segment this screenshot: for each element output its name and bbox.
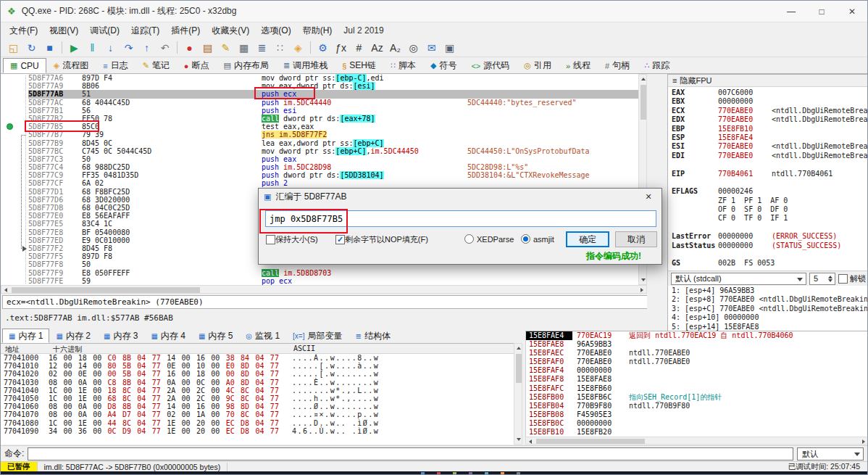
dialog-titlebar[interactable]: ▣ 汇编于 5D8F77AB ✕: [259, 189, 662, 205]
scroll-down-arrow[interactable]: [517, 438, 521, 441]
tab-notes[interactable]: ✎笔记: [135, 58, 177, 73]
graph-button[interactable]: ◈: [289, 40, 307, 56]
font-size-button[interactable]: A₂: [386, 40, 404, 56]
stack-row[interactable]: 15E8FAF400000000: [526, 366, 868, 375]
disasm-row[interactable]: 5D8F77F9E8 050FFEFFcall im.5D8D8703: [1, 269, 638, 277]
breakpoint-dot[interactable]: [7, 123, 13, 130]
disasm-row[interactable]: 5D8F77B2FF50 78call dword ptr ds:[eax+78…: [1, 115, 638, 123]
scrollbar-thumb[interactable]: [640, 85, 646, 120]
xedparse-radio[interactable]: XEDParse: [464, 234, 514, 244]
tab-handles[interactable]: #句柄: [598, 58, 637, 73]
script-button[interactable]: ∷: [271, 40, 289, 56]
scrollbar-thumb[interactable]: [536, 439, 645, 444]
stop-button[interactable]: ■: [41, 40, 59, 56]
stack-row[interactable]: 15E8FB04770B9F80ntdll.770B9F80: [526, 402, 868, 410]
stack-row[interactable]: 15E8FB1015E8FB20: [526, 428, 868, 437]
tab-memory-1[interactable]: ▦内存 1: [2, 329, 49, 343]
tab-memory-5[interactable]: ▦内存 5: [192, 329, 239, 343]
disasm-row[interactable]: 5D8F77FE59pop ecx: [1, 277, 638, 285]
dump-row[interactable]: 7704107008000A00A4D7047702001A00708C0477…: [1, 410, 514, 418]
tab-breakpoints[interactable]: ●断点: [177, 58, 217, 73]
register-line[interactable]: LastStatus00000000(STATUS_SUCCESS): [668, 241, 868, 250]
register-line[interactable]: [668, 250, 868, 259]
stack-horizontal-scrollbar[interactable]: [525, 437, 868, 445]
run-to-return-button[interactable]: ↑: [138, 40, 156, 56]
snapshot-button[interactable]: ▣: [441, 40, 459, 56]
tab-references[interactable]: ◎引用: [517, 58, 559, 73]
tab-seh[interactable]: §SEH链: [335, 58, 383, 73]
tab-memory-4[interactable]: ▦内存 4: [144, 329, 191, 343]
tab-memory-3[interactable]: ▦内存 3: [97, 329, 144, 343]
argument-count-stepper[interactable]: 5: [809, 273, 835, 285]
dump-row[interactable]: 7704106008000A00D88B047714001600988D0477…: [1, 402, 514, 410]
esp-argument-row[interactable]: 4: [esp+10] 00000000: [668, 313, 868, 322]
dump-row[interactable]: 770410401C001E00188C04772A002C004C8C0477…: [1, 387, 514, 395]
disasm-row[interactable]: 5D8F77C468 988DC25Dpush im.5DC28D985DC28…: [1, 163, 638, 171]
command-profile-select[interactable]: 默认: [797, 447, 864, 460]
menu-trace[interactable]: 追踪(T): [125, 23, 165, 38]
step-over-button[interactable]: ↷: [120, 40, 138, 56]
menu-debug[interactable]: 调试(D): [84, 23, 125, 38]
disasm-row[interactable]: 5D8F77AB51push ecx: [1, 90, 638, 98]
stack-row[interactable]: 15E8FAFC15E8FB60: [526, 384, 868, 393]
spin-down-icon[interactable]: [828, 279, 832, 282]
register-line[interactable]: ZF 1 PF 1 AF 0: [668, 197, 868, 205]
stack-row[interactable]: 15E8FAF0770EABE0ntdll.770EABE0: [526, 358, 868, 366]
calculator-button[interactable]: ƒx: [332, 40, 350, 56]
dump-row[interactable]: 7704103008000A00C88B04770A000C00A08D0477…: [1, 379, 514, 387]
scroll-right-arrow[interactable]: [640, 288, 643, 292]
tab-graph[interactable]: ◈流程图: [46, 58, 96, 73]
disasm-row[interactable]: 5D8F77A6897D F4mov dword ptr ss:[ebp-C],…: [1, 74, 638, 82]
taskbar-icon[interactable]: [485, 472, 488, 475]
tab-memory-2[interactable]: ▦内存 2: [49, 329, 96, 343]
maximize-button[interactable]: □: [806, 1, 837, 22]
dump-vertical-scrollbar[interactable]: [514, 343, 522, 445]
disasm-row[interactable]: 5D8F77C350push eax: [1, 155, 638, 163]
register-line[interactable]: OF 0 SF 0 DF 0: [668, 205, 868, 214]
scrollbar-thumb[interactable]: [516, 354, 522, 383]
register-line[interactable]: EDX770EABE0<ntdll.DbgUiRemoteBreakin>: [668, 115, 868, 124]
esp-argument-row[interactable]: 2: [esp+8] 770EABE0 <ntdll.DbgUiRemoteBr…: [668, 295, 868, 304]
disasm-row[interactable]: 5D8F77BCC745 0C 5044C45Dmov dword ptr ss…: [1, 147, 638, 155]
search-button[interactable]: ◎: [404, 40, 422, 56]
register-line[interactable]: [668, 160, 868, 169]
stack-row[interactable]: 15E8FAF815E8FAE8: [526, 375, 868, 384]
nop-fill-checkbox[interactable]: 剩余字节以NOP填充(F): [335, 234, 428, 245]
menu-options[interactable]: 选项(O): [255, 23, 296, 38]
unlock-checkbox[interactable]: 解锁: [838, 273, 866, 284]
log-button[interactable]: ▤: [199, 40, 217, 56]
menu-file[interactable]: 文件(F): [4, 23, 43, 38]
scroll-right-arrow[interactable]: [862, 439, 865, 444]
assembly-instruction-input[interactable]: [265, 210, 656, 227]
dump-row[interactable]: 770410501C001E00688C04772A002C009C8C0477…: [1, 395, 514, 402]
cancel-button[interactable]: 取消: [615, 231, 657, 247]
disasm-row[interactable]: 5D8F77AC68 4044C45Dpush im.5DC444405DC44…: [1, 99, 638, 107]
taskbar-icon[interactable]: [437, 472, 441, 475]
tab-memory-map[interactable]: ▤内存布局: [217, 58, 276, 73]
pause-button[interactable]: ‖: [83, 40, 101, 56]
scroll-up-arrow[interactable]: [517, 347, 521, 350]
call-stack-button[interactable]: ≣: [253, 40, 271, 56]
scroll-down-arrow[interactable]: [641, 278, 646, 281]
stack-row[interactable]: 15E8FAE896A59BB3: [526, 340, 868, 349]
taskbar-icon[interactable]: [469, 472, 472, 475]
scroll-up-arrow[interactable]: [641, 78, 646, 80]
scrollbar-thumb[interactable]: [12, 287, 200, 293]
tab-source[interactable]: <>源代码: [464, 58, 517, 73]
text-case-button[interactable]: Az: [368, 40, 386, 56]
undo-button[interactable]: ↶: [156, 40, 174, 56]
settings-button[interactable]: ⚙: [314, 40, 332, 56]
taskbar-icon[interactable]: [501, 472, 504, 475]
register-line[interactable]: LastError00000000(ERROR_SUCCESS): [668, 232, 868, 241]
open-file-button[interactable]: ◱: [4, 40, 22, 56]
register-line[interactable]: EBX00000000: [668, 97, 868, 106]
spin-up-icon[interactable]: [828, 276, 832, 278]
register-line[interactable]: ESP15E8FAE4: [668, 133, 868, 142]
register-line[interactable]: GS002B FS 0053: [668, 259, 868, 268]
menu-favourites[interactable]: 收藏夹(V): [206, 23, 255, 38]
register-line[interactable]: CF 0 TF 0 IF 1: [668, 214, 868, 223]
ok-button[interactable]: 确定: [566, 231, 609, 247]
scroll-left-arrow[interactable]: [529, 439, 532, 444]
calling-convention-select[interactable]: 默认 (stdcall): [671, 273, 806, 285]
tab-struct[interactable]: ≣结构体: [349, 329, 397, 343]
